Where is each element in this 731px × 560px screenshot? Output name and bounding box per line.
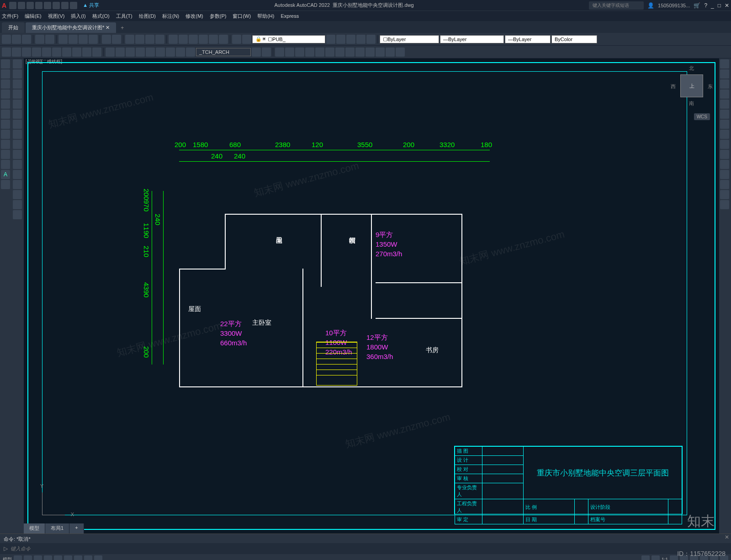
zoom-prev-icon[interactable]: [155, 35, 164, 44]
menu-file[interactable]: 文件(F): [2, 13, 18, 20]
dim-aligned-icon[interactable]: [12, 48, 21, 57]
dim-tedit-icon[interactable]: [176, 48, 185, 57]
line-icon[interactable]: [1, 59, 10, 69]
menu-insert[interactable]: 插入(I): [71, 13, 85, 20]
nav-wheel-icon[interactable]: [720, 59, 729, 69]
otrack-icon[interactable]: [64, 555, 72, 560]
tab-close-icon[interactable]: ✕: [106, 25, 110, 30]
ortho-icon[interactable]: [34, 555, 42, 560]
undo2-icon[interactable]: [102, 35, 111, 44]
tch-7-icon[interactable]: [315, 48, 324, 57]
sheet-icon[interactable]: [199, 35, 208, 44]
copy2-icon[interactable]: [13, 69, 22, 79]
dim-break-icon[interactable]: [116, 48, 125, 57]
cut-icon[interactable]: [58, 35, 68, 44]
nav-pan-icon[interactable]: [720, 69, 729, 79]
redo2-icon[interactable]: [112, 35, 121, 44]
mirror-icon[interactable]: [13, 79, 22, 89]
dsm-icon[interactable]: [179, 35, 188, 44]
zoom-window-icon[interactable]: [145, 35, 154, 44]
r-6-icon[interactable]: [720, 110, 729, 119]
color-combo[interactable]: ▢ ByLayer: [380, 35, 439, 43]
viewcube-west[interactable]: 西: [671, 83, 676, 90]
fillet-icon[interactable]: [13, 200, 22, 209]
preview-icon[interactable]: [45, 35, 54, 44]
scale-icon[interactable]: [13, 130, 22, 139]
ellipse-icon[interactable]: [1, 110, 10, 119]
r-14-icon[interactable]: [720, 190, 729, 199]
tab-document[interactable]: 重庆小别墅地能中央空调设计图* ✕: [26, 22, 116, 33]
qat-save-icon[interactable]: [26, 2, 34, 9]
match-icon[interactable]: [89, 35, 98, 44]
viewcube-east[interactable]: 东: [708, 83, 713, 90]
viewcube-south[interactable]: 南: [689, 100, 694, 107]
signin-icon[interactable]: 👤: [647, 2, 654, 9]
pline-icon[interactable]: [1, 69, 10, 79]
transparency-icon[interactable]: [94, 555, 102, 560]
close-button[interactable]: ✕: [725, 2, 729, 9]
tab-layout1[interactable]: 布局1: [45, 523, 69, 534]
new-icon[interactable]: [2, 35, 11, 44]
tch-12-icon[interactable]: [366, 48, 375, 57]
minimize-button[interactable]: _: [711, 2, 714, 9]
plotstyle-combo[interactable]: ByColor: [551, 35, 597, 43]
r-12-icon[interactable]: [720, 170, 729, 179]
join-icon[interactable]: [13, 180, 22, 189]
r-8-icon[interactable]: [720, 130, 729, 139]
tab-start[interactable]: 开始: [2, 22, 25, 33]
dim-space-icon[interactable]: [106, 48, 115, 57]
tch-9-icon[interactable]: [335, 48, 344, 57]
layer-iso-icon[interactable]: [336, 35, 345, 44]
dim-continue-icon[interactable]: [92, 48, 101, 57]
break-icon[interactable]: [13, 170, 22, 179]
menu-dimension[interactable]: 标注(N): [162, 13, 179, 20]
tolerance-icon[interactable]: [126, 48, 135, 57]
tch-11-icon[interactable]: [355, 48, 365, 57]
dim-inspect-icon[interactable]: [146, 48, 155, 57]
r-15-icon[interactable]: [720, 200, 729, 209]
r-9-icon[interactable]: [720, 140, 729, 149]
ucs-icon[interactable]: X Y: [42, 488, 69, 515]
menu-window[interactable]: 窗口(W): [233, 13, 251, 20]
tab-model[interactable]: 模型: [24, 523, 45, 534]
layer-prev-icon[interactable]: [232, 35, 241, 44]
menu-help[interactable]: 帮助(H): [257, 13, 274, 20]
linetype-combo[interactable]: — ByLayer: [440, 35, 504, 43]
cmd-close-icon[interactable]: ✕: [725, 534, 729, 540]
workspace-icon[interactable]: [641, 555, 650, 560]
snap-icon[interactable]: [24, 555, 32, 560]
menu-draw[interactable]: 绘图(D): [139, 13, 156, 20]
help-icon[interactable]: ?: [704, 2, 707, 9]
cart-icon[interactable]: 🛒: [694, 2, 700, 9]
qat-print-icon[interactable]: [70, 2, 77, 9]
viewcube-north[interactable]: 北: [689, 65, 694, 72]
explode-icon[interactable]: [13, 210, 22, 219]
menu-tools[interactable]: 工具(T): [116, 13, 132, 20]
table-icon[interactable]: [1, 160, 10, 169]
rotate-icon[interactable]: [13, 120, 22, 129]
stretch-icon[interactable]: [13, 140, 22, 149]
menu-express[interactable]: Express: [281, 13, 299, 19]
props-icon[interactable]: [169, 35, 178, 44]
dim-radius-icon[interactable]: [42, 48, 51, 57]
nav-orbit-icon[interactable]: [720, 90, 729, 99]
layer-lock-icon[interactable]: [366, 35, 376, 44]
menu-format[interactable]: 格式(O): [92, 13, 110, 20]
dim-diameter-icon[interactable]: [52, 48, 61, 57]
polar-icon[interactable]: [44, 555, 52, 560]
zoom-icon[interactable]: [135, 35, 144, 44]
layer-freeze-icon[interactable]: [356, 35, 366, 44]
extend-icon[interactable]: [13, 160, 22, 169]
maximize-button[interactable]: □: [718, 2, 721, 9]
qat-new-icon[interactable]: [9, 2, 16, 9]
spline-icon[interactable]: [1, 130, 10, 139]
lwt-icon[interactable]: [84, 555, 92, 560]
dim-arc-icon[interactable]: [22, 48, 31, 57]
dim-jogged-icon[interactable]: [156, 48, 165, 57]
menu-view[interactable]: 视图(V): [48, 13, 65, 20]
menu-edit[interactable]: 编辑(E): [25, 13, 42, 20]
qat-open-icon[interactable]: [18, 2, 25, 9]
block-icon[interactable]: [1, 150, 10, 159]
layer-off-icon[interactable]: [346, 35, 355, 44]
command-input[interactable]: [11, 546, 727, 551]
